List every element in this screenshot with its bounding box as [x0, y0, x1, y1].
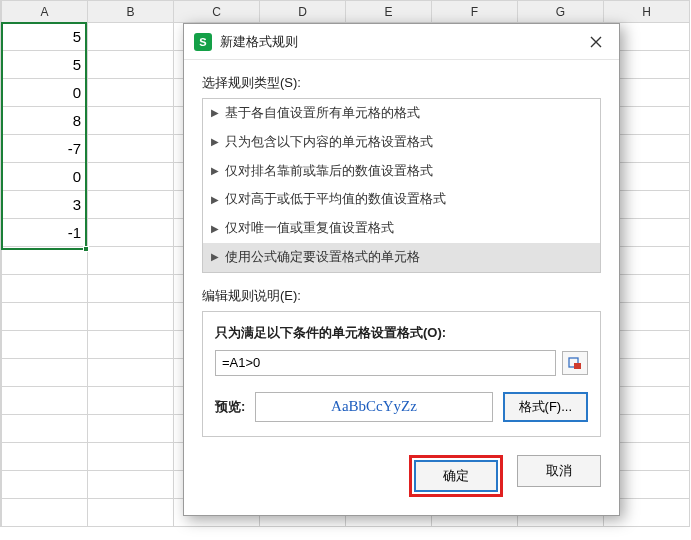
arrow-icon: ▶	[211, 134, 219, 150]
rule-type-item-3[interactable]: ▶仅对高于或低于平均值的数值设置格式	[203, 185, 600, 214]
col-header-g[interactable]: G	[518, 1, 604, 23]
rule-type-item-1[interactable]: ▶只为包含以下内容的单元格设置格式	[203, 128, 600, 157]
format-button[interactable]: 格式(F)...	[503, 392, 588, 422]
rule-type-item-0[interactable]: ▶基于各自值设置所有单元格的格式	[203, 99, 600, 128]
col-header-b[interactable]: B	[88, 1, 174, 23]
cell-a1[interactable]: 5	[2, 23, 88, 51]
cell-a7[interactable]: 3	[2, 191, 88, 219]
new-format-rule-dialog: S 新建格式规则 选择规则类型(S): ▶基于各自值设置所有单元格的格式 ▶只为…	[183, 23, 620, 516]
arrow-icon: ▶	[211, 221, 219, 237]
cell-a6[interactable]: 0	[2, 163, 88, 191]
ok-highlight: 确定	[409, 455, 503, 497]
col-header-h[interactable]: H	[604, 1, 690, 23]
preview-sample-box: AaBbCcYyZz	[255, 392, 492, 422]
col-header-d[interactable]: D	[260, 1, 346, 23]
cancel-button[interactable]: 取消	[517, 455, 601, 487]
condition-label: 只为满足以下条件的单元格设置格式(O):	[215, 324, 588, 342]
range-picker-icon	[568, 356, 582, 370]
col-header-f[interactable]: F	[432, 1, 518, 23]
app-icon: S	[194, 33, 212, 51]
range-picker-button[interactable]	[562, 351, 588, 375]
close-icon	[590, 36, 602, 48]
preview-label: 预览:	[215, 398, 245, 416]
formula-input[interactable]	[215, 350, 556, 376]
rule-type-section-label: 选择规则类型(S):	[202, 74, 601, 92]
edit-rule-box: 只为满足以下条件的单元格设置格式(O): 预览: AaBbCcYyZz 格式(F…	[202, 311, 601, 437]
rule-type-item-5[interactable]: ▶使用公式确定要设置格式的单元格	[203, 243, 600, 272]
dialog-titlebar[interactable]: S 新建格式规则	[184, 24, 619, 60]
col-header-c[interactable]: C	[174, 1, 260, 23]
dialog-title: 新建格式规则	[220, 33, 581, 51]
arrow-icon: ▶	[211, 163, 219, 179]
ok-button[interactable]: 确定	[414, 460, 498, 492]
arrow-icon: ▶	[211, 105, 219, 121]
arrow-icon: ▶	[211, 249, 219, 265]
cell-a5[interactable]: -7	[2, 135, 88, 163]
cell-a2[interactable]: 5	[2, 51, 88, 79]
edit-rule-label: 编辑规则说明(E):	[202, 287, 601, 305]
rule-type-list[interactable]: ▶基于各自值设置所有单元格的格式 ▶只为包含以下内容的单元格设置格式 ▶仅对排名…	[202, 98, 601, 273]
svg-rect-1	[574, 363, 581, 369]
rule-type-item-4[interactable]: ▶仅对唯一值或重复值设置格式	[203, 214, 600, 243]
cell-a8[interactable]: -1	[2, 219, 88, 247]
arrow-icon: ▶	[211, 192, 219, 208]
rule-type-item-2[interactable]: ▶仅对排名靠前或靠后的数值设置格式	[203, 157, 600, 186]
close-button[interactable]	[581, 28, 611, 56]
preview-sample-text: AaBbCcYyZz	[331, 398, 417, 415]
cell-a4[interactable]: 8	[2, 107, 88, 135]
col-header-e[interactable]: E	[346, 1, 432, 23]
cell-a3[interactable]: 0	[2, 79, 88, 107]
col-header-a[interactable]: A	[2, 1, 88, 23]
